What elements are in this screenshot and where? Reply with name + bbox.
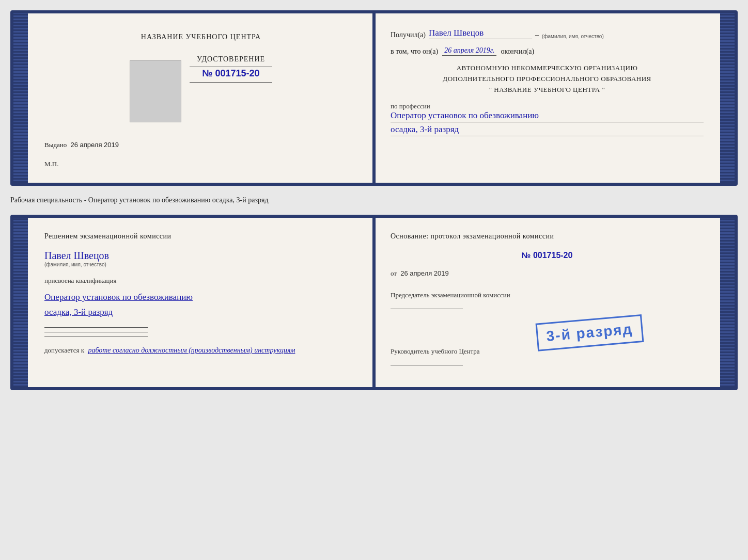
qualification-value: Оператор установок по обезвоживанию осад… bbox=[44, 290, 357, 320]
bottom-document-card: Решением экзаменационной комиссии Павел … bbox=[10, 215, 738, 390]
admission-value: работе согласно должностным (производств… bbox=[88, 346, 295, 354]
top-document-card: НАЗВАНИЕ УЧЕБНОГО ЦЕНТРА УДОСТОВЕРЕНИЕ №… bbox=[10, 10, 738, 186]
signature-lines bbox=[44, 327, 357, 337]
admission-text: допускается к работе согласно должностны… bbox=[44, 346, 357, 355]
bottom-person-name: Павел Швецов bbox=[44, 250, 357, 262]
cert-number: № 001715-20 bbox=[190, 68, 272, 79]
basis-title: Основание: протокол экзаменационной коми… bbox=[391, 232, 704, 241]
completion-date: 26 апреля 2019г. bbox=[442, 46, 496, 56]
from-date: от 26 апреля 2019 bbox=[391, 269, 704, 278]
bottom-name-subtitle: (фамилия, имя, отчество) bbox=[44, 262, 357, 267]
qualification-label: присвоена квалификация bbox=[44, 277, 357, 285]
profession-line1: Оператор установок по обезвоживанию bbox=[391, 110, 704, 122]
bottom-right-panel: Основание: протокол экзаменационной коми… bbox=[374, 218, 720, 387]
spine-right bbox=[720, 13, 735, 183]
spine-left-bottom bbox=[13, 218, 28, 387]
chairman-block: Председатель экзаменационной комиссии bbox=[391, 291, 704, 309]
spine-right-bottom bbox=[720, 218, 735, 387]
org-text: АВТОНОМНУЮ НЕКОММЕРЧЕСКУЮ ОРГАНИЗАЦИЮ ДО… bbox=[391, 63, 704, 95]
bottom-left-panel: Решением экзаменационной комиссии Павел … bbox=[28, 218, 374, 387]
page-container: НАЗВАНИЕ УЧЕБНОГО ЦЕНТРА УДОСТОВЕРЕНИЕ №… bbox=[10, 10, 738, 390]
protocol-number: № 001715-20 bbox=[391, 251, 704, 260]
head-sig-line bbox=[391, 365, 463, 365]
profession-line2: осадка, 3-й разряд bbox=[391, 124, 704, 136]
top-right-panel: Получил(а) Павел Швецов – (фамилия, имя,… bbox=[374, 13, 720, 183]
cert-title: УДОСТОВЕРЕНИЕ bbox=[190, 55, 272, 63]
top-left-center-title: НАЗВАНИЕ УЧЕБНОГО ЦЕНТРА bbox=[141, 33, 261, 41]
spine-left bbox=[13, 13, 28, 183]
chairman-sig-line bbox=[391, 309, 463, 309]
recipient-name: Павел Швецов bbox=[429, 28, 532, 39]
mp-block: М.П. bbox=[44, 160, 58, 168]
issued-block: Выдано 26 апреля 2019 bbox=[44, 141, 119, 149]
separator-text: Рабочая специальность - Оператор установ… bbox=[10, 195, 738, 205]
in-that-line: в том, что он(а) 26 апреля 2019г. окончи… bbox=[391, 46, 704, 56]
commission-title: Решением экзаменационной комиссии bbox=[44, 232, 357, 241]
photo-placeholder bbox=[130, 60, 181, 122]
stamp-overlay: 3-й разряд bbox=[536, 314, 644, 351]
top-left-panel: НАЗВАНИЕ УЧЕБНОГО ЦЕНТРА УДОСТОВЕРЕНИЕ №… bbox=[28, 13, 374, 183]
received-line: Получил(а) Павел Швецов – (фамилия, имя,… bbox=[391, 28, 704, 39]
profession-section: по профессии Оператор установок по обезв… bbox=[391, 102, 704, 136]
bottom-person-block: Павел Швецов (фамилия, имя, отчество) bbox=[44, 250, 357, 267]
cert-number-block: УДОСТОВЕРЕНИЕ № 001715-20 bbox=[190, 55, 272, 84]
